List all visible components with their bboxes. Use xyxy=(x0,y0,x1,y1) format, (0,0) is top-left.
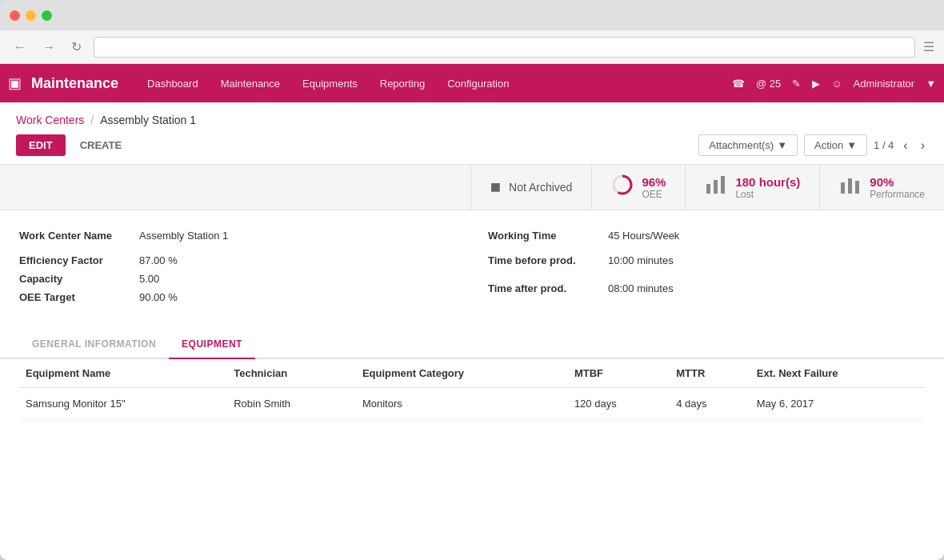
attachments-button[interactable]: Attachment(s) ▼ xyxy=(698,134,798,156)
form-row-1: Work Center Name Assembly Station 1 Work… xyxy=(19,230,925,242)
lost-value: 180 hour(s) xyxy=(735,175,800,189)
maximize-button[interactable] xyxy=(42,10,52,21)
table-row[interactable]: Samsung Monitor 15" Robin Smith Monitors… xyxy=(19,388,925,420)
prev-page-button[interactable]: ‹ xyxy=(900,137,910,154)
nav-dashboard[interactable]: Dashboard xyxy=(138,71,208,96)
form-section: Work Center Name Assembly Station 1 Work… xyxy=(0,210,944,324)
performance-value: 90% xyxy=(870,175,925,189)
attachments-label: Attachment(s) xyxy=(709,139,774,151)
capacity-value: 5.00 xyxy=(139,273,159,285)
action-button[interactable]: Action ▼ xyxy=(804,134,867,156)
not-archived-label: Not Archived xyxy=(509,181,572,194)
time-before-prod-group: Time before prod. 10:00 minutes xyxy=(488,254,925,276)
oee-target-value: 90.00 % xyxy=(139,291,178,303)
oee-label: OEE xyxy=(642,189,666,200)
oee-target-group: OEE Target 90.00 % xyxy=(19,291,456,303)
time-before-prod-label: Time before prod. xyxy=(488,254,608,266)
work-center-name-label: Work Center Name xyxy=(19,230,139,242)
svg-rect-7 xyxy=(855,181,859,194)
tabs: General Information Equipment xyxy=(0,330,944,359)
user-avatar[interactable]: ☺ xyxy=(831,78,842,90)
attachments-dropdown-icon: ▼ xyxy=(777,139,787,151)
equipment-table: Equipment Name Technician Equipment Cate… xyxy=(19,359,925,420)
titlebar xyxy=(0,0,944,30)
time-after-prod-group: Time after prod. 08:00 minutes xyxy=(488,282,925,304)
cell-mtbf: 120 days xyxy=(568,388,670,420)
nav-maintenance[interactable]: Maintenance xyxy=(211,71,290,96)
window-controls xyxy=(10,10,52,21)
browser-menu-icon[interactable]: ☰ xyxy=(923,39,934,54)
efficiency-factor-value: 87.00 % xyxy=(139,254,178,266)
page-header: Work Centers / Assembly Station 1 EDIT C… xyxy=(0,102,944,164)
tab-general-information[interactable]: General Information xyxy=(19,330,169,359)
topnav: ▣ Maintenance Dashboard Maintenance Equi… xyxy=(0,64,944,102)
oee-target-label: OEE Target xyxy=(19,291,139,303)
status-oee[interactable]: 96% OEE xyxy=(591,165,685,210)
chat-icon[interactable]: ✎ xyxy=(792,78,801,90)
performance-text: 90% Performance xyxy=(870,175,925,200)
user-name[interactable]: Administrator xyxy=(854,78,915,90)
brand-label: Maintenance xyxy=(31,75,118,92)
pagination-text: 1 / 4 xyxy=(874,139,894,151)
nav-configuration[interactable]: Configuration xyxy=(438,71,518,96)
forward-button[interactable]: → xyxy=(38,38,59,56)
svg-rect-6 xyxy=(848,178,852,194)
cell-technician: Robin Smith xyxy=(227,388,356,420)
efficiency-factor-group: Efficiency Factor 87.00 % xyxy=(19,254,456,266)
equipment-table-section: Equipment Name Technician Equipment Cate… xyxy=(0,359,944,439)
action-dropdown-icon: ▼ xyxy=(846,139,857,151)
breadcrumb-parent[interactable]: Work Centers xyxy=(16,114,84,126)
status-lost[interactable]: 180 hour(s) Lost xyxy=(685,165,819,210)
toolbar: EDIT CREATE Attachment(s) ▼ Action ▼ 1 /… xyxy=(16,134,928,164)
oee-text: 96% OEE xyxy=(642,175,666,200)
capacity-label: Capacity xyxy=(19,273,139,285)
form-row-2: Efficiency Factor 87.00 % Capacity 5.00 … xyxy=(19,254,925,303)
svg-rect-4 xyxy=(721,176,725,194)
login-icon[interactable]: ▶ xyxy=(812,78,820,90)
performance-chart-icon xyxy=(839,176,862,198)
cell-ext-next-failure: May 6, 2017 xyxy=(750,388,925,420)
notifications-badge[interactable]: @ 25 xyxy=(756,78,781,90)
apps-grid-icon[interactable]: ▣ xyxy=(8,74,22,92)
col-mttr: MTTR xyxy=(670,359,750,388)
working-time-group: Working Time 45 Hours/Week xyxy=(488,230,925,242)
url-input[interactable] xyxy=(94,37,915,58)
status-performance[interactable]: 90% Performance xyxy=(819,165,944,210)
col-technician: Technician xyxy=(227,359,356,388)
breadcrumb-separator: / xyxy=(90,114,94,126)
form-col-right: Time before prod. 10:00 minutes Time aft… xyxy=(488,254,925,303)
next-page-button[interactable]: › xyxy=(918,137,928,154)
svg-rect-3 xyxy=(714,180,718,194)
minimize-button[interactable] xyxy=(26,10,36,21)
close-button[interactable] xyxy=(10,10,20,21)
back-button[interactable]: ← xyxy=(10,38,30,56)
create-button[interactable]: CREATE xyxy=(72,134,130,156)
working-time-label: Working Time xyxy=(488,230,608,242)
svg-rect-5 xyxy=(841,182,845,194)
nav-equipments[interactable]: Equipments xyxy=(293,71,367,96)
work-center-name-group: Work Center Name Assembly Station 1 xyxy=(19,230,456,242)
performance-label: Performance xyxy=(870,189,925,200)
time-after-prod-value: 08:00 minutes xyxy=(608,282,674,294)
phone-icon[interactable]: ☎ xyxy=(732,78,745,90)
time-after-prod-label: Time after prod. xyxy=(488,282,608,294)
capacity-group: Capacity 5.00 xyxy=(19,273,456,285)
page-content: Work Centers / Assembly Station 1 EDIT C… xyxy=(0,102,944,560)
oee-value: 96% xyxy=(642,175,666,189)
user-dropdown-icon[interactable]: ▼ xyxy=(926,78,936,90)
table-header-row: Equipment Name Technician Equipment Cate… xyxy=(19,359,925,388)
tab-equipment[interactable]: Equipment xyxy=(169,330,255,359)
refresh-button[interactable]: ↻ xyxy=(67,38,86,56)
lost-label: Lost xyxy=(735,189,800,200)
cell-equipment-name: Samsung Monitor 15" xyxy=(19,388,227,420)
nav-reporting[interactable]: Reporting xyxy=(370,71,434,96)
breadcrumb: Work Centers / Assembly Station 1 xyxy=(16,114,928,126)
status-not-archived[interactable]: ■ Not Archived xyxy=(470,165,592,210)
statusbar: ■ Not Archived 96% OEE xyxy=(0,164,944,210)
edit-button[interactable]: EDIT xyxy=(16,134,66,156)
topnav-menu: Dashboard Maintenance Equipments Reporti… xyxy=(138,71,732,96)
breadcrumb-current: Assembly Station 1 xyxy=(100,114,196,126)
browserbar: ← → ↻ ☰ xyxy=(0,30,944,64)
col-equipment-category: Equipment Category xyxy=(356,359,568,388)
col-equipment-name: Equipment Name xyxy=(19,359,227,388)
